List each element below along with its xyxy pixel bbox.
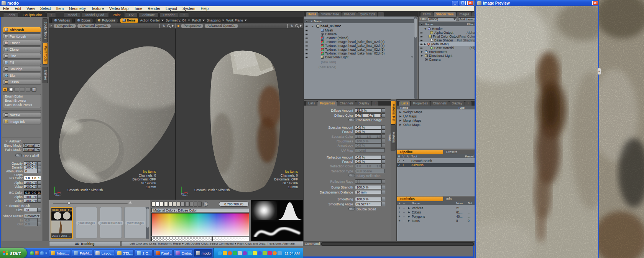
color-swatch[interactable]: [160, 202, 164, 207]
displacement-distance-field[interactable]: 20 mm: [355, 190, 382, 194]
item-row-texture-6[interactable]: Texture: Image: head_bake_final_02d (6): [304, 51, 415, 55]
modo-titlebar[interactable]: modo _ ❐ ✕: [0, 0, 474, 6]
side-tab-material-ref[interactable]: Material Ref: [391, 101, 396, 124]
rotate-icon[interactable]: ↻: [291, 24, 294, 28]
visibility-eye-icon[interactable]: [305, 45, 308, 47]
airbrush-section-header[interactable]: Airbrush: [5, 139, 21, 143]
brush-editor-link[interactable]: Brush Editor: [3, 94, 41, 99]
diffuse-color-stepper[interactable]: [382, 113, 385, 117]
tool-lasso[interactable]: Lasso: [3, 79, 41, 85]
visible-dot-icon[interactable]: •: [401, 163, 406, 167]
tray-icon[interactable]: [263, 251, 267, 255]
tray-icon[interactable]: [278, 251, 282, 255]
expand-arrow-icon[interactable]: ▼: [309, 25, 316, 28]
visibility-eye-icon[interactable]: [420, 47, 423, 49]
color-swatch[interactable]: [198, 202, 202, 207]
diffuse-amount-field[interactable]: 15.0 %: [355, 108, 382, 112]
tab-channels[interactable]: Channels: [337, 101, 356, 106]
snapping-dropdown[interactable]: Snapping: [207, 18, 224, 22]
text-tool-button[interactable]: T: [31, 87, 36, 92]
expand-arrow-icon[interactable]: ▼: [424, 28, 428, 30]
viewport-3d-right[interactable]: Smooth Brush : Airbrush No Items Channel…: [176, 28, 303, 200]
menu-select[interactable]: Select: [40, 7, 51, 11]
fg-color-field[interactable]: 1.0 1.0 1.0: [24, 176, 41, 180]
layout-tab-model-quad[interactable]: Model Quad: [82, 12, 108, 17]
add-layer-button[interactable]: Add Layer: [458, 17, 475, 21]
tab-lists[interactable]: Lists: [399, 101, 410, 106]
visibility-eye-icon[interactable]: [420, 36, 423, 38]
tab-lists[interactable]: Lists: [306, 101, 317, 106]
blurry-reflection-checkbox[interactable]: [348, 174, 355, 177]
layout-tab-paint[interactable]: Paint: [109, 12, 125, 17]
expand-arrow-icon[interactable]: ▶: [399, 119, 403, 122]
presets-tab[interactable]: Presets: [443, 150, 460, 154]
bump-strength-field[interactable]: 100.0 %: [355, 185, 382, 189]
visible-dot-icon[interactable]: •: [401, 159, 406, 163]
task-button-search[interactable]: 2 Q...: [135, 249, 153, 257]
tray-icon[interactable]: [218, 251, 222, 255]
reflection-fresnel-field[interactable]: 0.0 %: [355, 159, 382, 164]
size-field[interactable]: 73: [24, 208, 38, 212]
shader-row-base-shader[interactable]: Base ShaderFull Shading: [419, 38, 476, 42]
viewport-menu-arrow-icon[interactable]: [51, 25, 52, 27]
tray-icon[interactable]: [233, 251, 237, 255]
task-button-embarcadero[interactable]: Emba...: [173, 249, 193, 257]
list-row-uv-maps[interactable]: ▶UV Maps: [397, 114, 476, 118]
menu-time[interactable]: Time: [134, 7, 142, 11]
expand-arrow-icon[interactable]: ▶: [406, 211, 412, 214]
tool-fill[interactable]: Fill: [3, 60, 41, 65]
specular-amount-field[interactable]: 0.0 %: [355, 125, 382, 129]
tab-items[interactable]: Items: [421, 12, 433, 17]
size-stepper[interactable]: [38, 208, 41, 212]
shader-row-camera[interactable]: Camera: [419, 58, 476, 61]
hue-saturation-box[interactable]: [151, 213, 249, 236]
value-strip[interactable]: [151, 237, 249, 241]
name-column-label[interactable]: Name: [314, 20, 322, 23]
view-type-pill[interactable]: Perspective: [54, 24, 76, 28]
command-input[interactable]: [321, 242, 474, 246]
tool-nozzle[interactable]: Nozzle: [3, 112, 41, 118]
statistics-tab[interactable]: Statistics: [397, 197, 443, 201]
visibility-eye-icon[interactable]: [305, 41, 308, 43]
menu-help[interactable]: Help: [200, 7, 209, 11]
info-tab[interactable]: Info: [443, 197, 455, 201]
layout-tab-animate[interactable]: Animate: [138, 12, 159, 17]
tool-blur[interactable]: Blur: [3, 73, 41, 78]
double-sided-checkbox[interactable]: [348, 207, 355, 210]
tab-shader-tree[interactable]: Shader Tree: [434, 12, 456, 17]
visibility-eye-icon[interactable]: [420, 32, 423, 34]
specular-color-stepper[interactable]: [382, 134, 385, 139]
smoothing-angle-field[interactable]: 89.5247 °: [355, 202, 382, 206]
tab-add[interactable]: +: [378, 12, 384, 17]
stat-row-items[interactable]: + − ▶ Items 80: [397, 219, 476, 223]
item-row-texture-5[interactable]: Texture: Image: head_bake_final_02d (5): [304, 48, 415, 51]
menu-file[interactable]: File: [3, 7, 9, 11]
expand-arrow-icon[interactable]: ▶: [399, 111, 403, 114]
zoom-icon[interactable]: [167, 24, 171, 28]
reflection-amount-field[interactable]: 0.0 %: [355, 155, 382, 159]
tab-properties[interactable]: Properties: [411, 101, 430, 106]
list-row-morph-maps[interactable]: ▶Morph Maps: [397, 119, 476, 122]
side-tab-utilities[interactable]: Utilities: [43, 67, 48, 83]
tray-icon[interactable]: [273, 251, 277, 255]
attenuation-steps-field[interactable]: 0: [24, 169, 38, 173]
shader-row-base-material[interactable]: Base Material(all): [419, 46, 476, 50]
uv-map-dropdown[interactable]: (none): [355, 148, 385, 152]
viewport-more-arrow-icon[interactable]: [172, 25, 174, 27]
brush-tip-preset[interactable]: [20, 87, 25, 92]
slider-handle[interactable]: [67, 202, 71, 205]
pipeline-row-airbrush[interactable]: ✓ • Airbrush: [397, 163, 476, 167]
shader-row-default-mat[interactable]: ▶(defaultMat): [419, 42, 476, 46]
stat-row-edges[interactable]: + − ▶ Edges 61......: [397, 210, 476, 214]
fg-value-field[interactable]: 100.0 %: [24, 184, 38, 189]
menu-edit[interactable]: Edit: [15, 7, 21, 11]
visibility-eye-icon[interactable]: [305, 30, 308, 31]
tab-shader-tree[interactable]: Shader Tree: [319, 12, 342, 17]
task-button-layout[interactable]: Layou...: [93, 249, 114, 257]
new-scene-row[interactable]: (new scene): [304, 65, 415, 69]
work-plane-dropdown[interactable]: Work Plane: [226, 18, 247, 22]
visibility-eye-icon[interactable]: [420, 40, 423, 41]
specular-amount-stepper[interactable]: [382, 125, 385, 129]
tray-icon[interactable]: [268, 251, 272, 255]
tray-icon[interactable]: [238, 251, 242, 255]
